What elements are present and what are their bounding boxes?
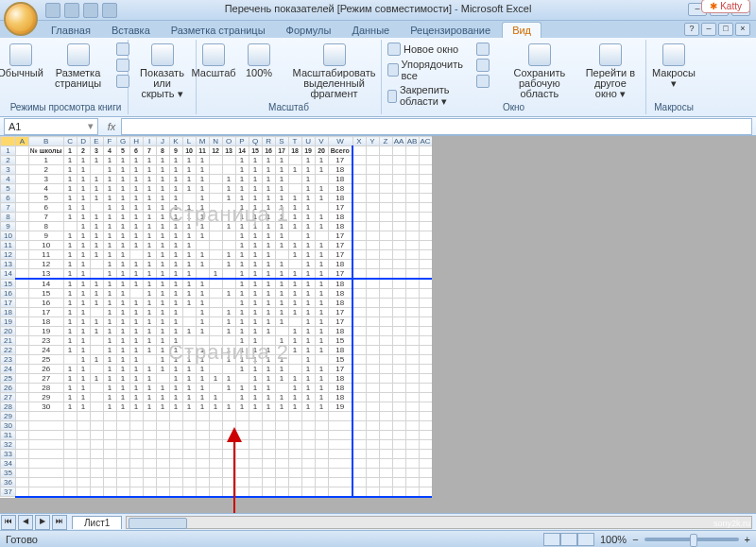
cell[interactable]: 1 xyxy=(249,184,262,194)
tab-nav-last[interactable]: ⏭ xyxy=(52,515,67,530)
column-header[interactable]: S xyxy=(275,137,288,146)
cell[interactable] xyxy=(405,184,419,194)
cell[interactable] xyxy=(169,478,182,487)
cell[interactable] xyxy=(90,269,103,280)
cell[interactable]: 1 xyxy=(288,374,301,384)
cell[interactable] xyxy=(275,440,288,450)
cell[interactable] xyxy=(419,165,432,175)
cell[interactable]: 1 xyxy=(116,194,129,203)
cell[interactable] xyxy=(366,459,379,469)
cell[interactable] xyxy=(366,412,379,421)
cell[interactable]: 1 xyxy=(90,299,103,308)
cell[interactable]: 17 xyxy=(328,365,352,374)
cell[interactable] xyxy=(366,175,379,184)
cell[interactable]: 1 xyxy=(169,194,182,203)
cell[interactable] xyxy=(77,450,90,459)
cell[interactable] xyxy=(129,421,143,431)
cell[interactable] xyxy=(63,440,77,450)
cell[interactable]: 1 xyxy=(116,269,129,280)
cell[interactable] xyxy=(419,260,432,269)
cell[interactable] xyxy=(288,440,301,450)
cell[interactable] xyxy=(379,260,392,269)
window-opt2[interactable] xyxy=(474,58,491,73)
cell[interactable]: 18 xyxy=(328,327,352,336)
cell[interactable] xyxy=(288,450,301,459)
cell[interactable]: 1 xyxy=(262,260,275,269)
cell[interactable]: 1 xyxy=(301,402,315,412)
column-header[interactable]: E xyxy=(90,137,103,146)
cell[interactable]: 18 xyxy=(328,299,352,308)
cell[interactable] xyxy=(405,469,419,478)
cell[interactable] xyxy=(419,374,432,384)
cell[interactable]: 1 xyxy=(301,327,315,336)
cell[interactable]: 18 xyxy=(288,146,301,156)
cell[interactable]: 1 xyxy=(129,184,143,194)
cell[interactable]: 1 xyxy=(301,165,315,175)
switch-windows-button[interactable]: Перейти в другое окно ▾ xyxy=(579,42,642,101)
cell[interactable]: 1 xyxy=(103,213,116,222)
cell[interactable]: 1 xyxy=(288,289,301,299)
cell[interactable]: 1 xyxy=(235,175,249,184)
cell[interactable] xyxy=(366,327,379,336)
cell[interactable] xyxy=(16,384,29,393)
cell[interactable]: 1 xyxy=(63,346,77,355)
cell[interactable] xyxy=(16,336,29,346)
cell[interactable] xyxy=(288,355,301,365)
cell[interactable]: 18 xyxy=(328,165,352,175)
cell[interactable] xyxy=(405,260,419,269)
cell[interactable] xyxy=(90,440,103,450)
cell[interactable] xyxy=(16,317,29,327)
cell[interactable]: 1 xyxy=(288,308,301,317)
cell[interactable] xyxy=(288,231,301,241)
cell[interactable]: 1 xyxy=(129,365,143,374)
cell[interactable] xyxy=(222,299,235,308)
cell[interactable]: 1 xyxy=(288,279,301,289)
cell[interactable] xyxy=(392,231,405,241)
cell[interactable] xyxy=(182,431,196,440)
cell[interactable]: 5 xyxy=(29,194,64,203)
cell[interactable]: 1 xyxy=(129,203,143,213)
cell[interactable] xyxy=(379,336,392,346)
cell[interactable] xyxy=(103,431,116,440)
cell[interactable] xyxy=(379,402,392,412)
cell[interactable]: 1 xyxy=(315,317,328,327)
cell[interactable] xyxy=(182,450,196,459)
cell[interactable] xyxy=(16,355,29,365)
cell[interactable]: 1 xyxy=(315,308,328,317)
cell[interactable]: 1 xyxy=(169,222,182,231)
cell[interactable] xyxy=(352,194,366,203)
cell[interactable]: 17 xyxy=(275,146,288,156)
cell[interactable] xyxy=(392,269,405,280)
cell[interactable]: 1 xyxy=(301,299,315,308)
cell[interactable] xyxy=(222,156,235,165)
cell[interactable] xyxy=(392,459,405,469)
cell[interactable]: 1 xyxy=(129,194,143,203)
cell[interactable]: 1 xyxy=(156,213,169,222)
cell[interactable]: 20 xyxy=(315,146,328,156)
cell[interactable]: 1 xyxy=(262,213,275,222)
cell[interactable] xyxy=(419,402,432,412)
cell[interactable] xyxy=(366,165,379,175)
cell[interactable]: 1 xyxy=(235,327,249,336)
cell[interactable]: 1 xyxy=(235,241,249,250)
cell[interactable] xyxy=(379,241,392,250)
cell[interactable]: 1 xyxy=(129,299,143,308)
cell[interactable] xyxy=(249,431,262,440)
cell[interactable] xyxy=(262,440,275,450)
cell[interactable]: 1 xyxy=(196,231,209,241)
column-header[interactable]: U xyxy=(301,137,315,146)
cell[interactable]: 1 xyxy=(143,269,156,280)
cell[interactable] xyxy=(419,299,432,308)
cell[interactable]: 1 xyxy=(90,184,103,194)
cell[interactable]: 1 xyxy=(288,384,301,393)
cell[interactable] xyxy=(392,431,405,440)
cell[interactable]: 1 xyxy=(169,365,182,374)
cell[interactable]: 1 xyxy=(103,175,116,184)
cell[interactable] xyxy=(29,412,64,421)
cell[interactable]: 1 xyxy=(196,260,209,269)
cell[interactable] xyxy=(16,175,29,184)
cell[interactable]: 1 xyxy=(143,213,156,222)
cell[interactable]: 1 xyxy=(77,175,90,184)
cell[interactable] xyxy=(352,450,366,459)
cell[interactable]: 1 xyxy=(77,365,90,374)
